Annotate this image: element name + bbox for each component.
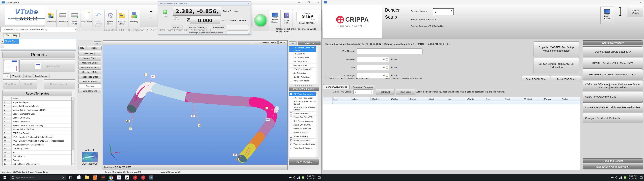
grid-column-header[interactable]: Rotation — [409, 97, 428, 101]
reports-tab[interactable]: Template — [10, 74, 23, 78]
taskbar-app-orange[interactable] — [91, 174, 99, 181]
project-row[interactable]: 1 80 MM Test — [1, 39, 76, 44]
template-row[interactable]: 12 XYZ and LRA with Full Springback — [3, 143, 72, 147]
taskbar-app-knife[interactable] — [123, 174, 131, 181]
nav-item[interactable]: Measure Setup — [78, 60, 101, 65]
menu-help[interactable]: Help — [11, 33, 20, 37]
dro-button[interactable]: DRO — [278, 41, 286, 44]
template-row[interactable]: 17 Datum Report With Tolerances — [3, 162, 72, 165]
network-icon[interactable] — [297, 176, 300, 179]
checkbox-icon[interactable] — [290, 140, 292, 142]
taskbar-app-chrome[interactable] — [107, 174, 115, 181]
scanner-control-button[interactable]: Scanner Control — [260, 41, 278, 44]
viewport-command-item[interactable]: F7 - VPort: Zoom Win — [289, 68, 318, 72]
input-device-icon[interactable] — [294, 176, 295, 178]
template-row[interactable]: 11 XYZ + Bender + Arc Length + End2Tan +… — [3, 139, 72, 143]
viewport-command-item[interactable]: F4 - VPort: Select — [289, 56, 318, 60]
checkbox-icon[interactable] — [290, 136, 292, 138]
grid-column-header[interactable]: Radius — [561, 97, 580, 101]
nav-item[interactable]: Inspection Data — [78, 74, 101, 79]
scroll-thumb[interactable] — [72, 100, 74, 150]
taskbar-app-store[interactable] — [75, 174, 83, 181]
parametric-model-item[interactable]: Tube: End & Tangent — [289, 146, 318, 150]
template-row[interactable]: 13 Part Setup Values — [3, 147, 72, 151]
checkbox-icon[interactable] — [290, 128, 292, 130]
close-this-window-button[interactable]: Close this Window — [628, 6, 643, 17]
calculator-icon[interactable] — [386, 58, 388, 61]
nav-item[interactable]: Master Tube — [78, 56, 101, 60]
parametric-model-item[interactable]: Show True View Transform Control — [289, 106, 318, 112]
parametric-model-item[interactable]: Points: CALCULATED — [289, 116, 318, 119]
menu-file[interactable]: File — [4, 33, 11, 37]
help-button[interactable]: ? Help — [161, 10, 170, 22]
checkbox-icon[interactable] — [290, 112, 292, 114]
measuring-device-titlebar[interactable]: Measuring Device: ROMER Arm — [158, 2, 250, 6]
webroot-icon[interactable]: W — [302, 176, 304, 179]
viewport-list-scrollbar[interactable]: ∧∨ — [316, 46, 318, 84]
device-ready-green-button[interactable] — [254, 14, 267, 27]
setup-panel-button[interactable]: COPY Last VTube Adjustment Values into B… — [582, 80, 643, 91]
close-icon[interactable]: ✕ — [247, 2, 250, 5]
bender-tab[interactable]: Bender Adjustment — [323, 84, 350, 89]
volume-icon[interactable]: ) — [289, 176, 292, 178]
parametric-model-item[interactable]: Points: SCANNED — [289, 112, 318, 116]
start-button[interactable] — [0, 174, 10, 181]
show-desktop-button[interactable] — [643, 174, 644, 181]
minimize-icon[interactable]: — — [296, 0, 303, 4]
close-icon[interactable]: ✕ — [315, 0, 322, 4]
copy-master-values-button[interactable]: Copy the MASTER Part Setup Values into t… — [533, 42, 579, 57]
grid-column-header[interactable]: Angle — [485, 97, 504, 101]
reports-tab[interactable]: Setup — [23, 74, 33, 78]
bender-number-spinner[interactable]: 1 ▲▼ — [433, 8, 454, 15]
reset-send-time-button[interactable]: Reset SEND Time — [551, 76, 581, 82]
spinner-arrows-icon[interactable]: ▲▼ — [370, 90, 372, 94]
grid-column-header[interactable]: Adjust — [352, 97, 371, 101]
hidden-icons-chevron[interactable]: ⌃ — [608, 177, 609, 178]
dcp-mode-image[interactable] — [82, 152, 98, 162]
template-row[interactable]: 9 FARO Arm Report — [3, 132, 72, 135]
setup-panel-button[interactable]: RECALL Bender XYZ to Master XYZ — [582, 58, 643, 68]
template-row[interactable]: 3 Master XYZ + LRA + Measured LRA — [3, 108, 72, 112]
checkbox-icon[interactable] — [290, 124, 292, 126]
template-row[interactable]: 6 Bender Corrections — [3, 120, 72, 124]
calculator-icon[interactable] — [386, 66, 388, 69]
bender-titlebar[interactable]: ✕ — [322, 0, 644, 4]
collapse-left-arrow-icon[interactable]: ⬅ — [94, 42, 101, 45]
taskbar-app-dx[interactable]: DX — [139, 174, 147, 181]
webroot-icon[interactable]: W — [624, 176, 626, 179]
template-row[interactable]: 7 Bender Corrections with Damping — [3, 124, 72, 128]
setup-panel-button[interactable]: Configure Benderlink Protocols — [582, 113, 643, 123]
grid-column-header[interactable]: Invert — [447, 97, 466, 101]
move-down-button[interactable]: Move Down — [3, 80, 20, 89]
template-row[interactable]: 4 Bender Corrections Only — [3, 112, 72, 116]
project-path-field[interactable]: C:\Users\Public\Documents\VTube\80 MM Te… — [0, 27, 76, 32]
grid-column-header[interactable]: Length — [332, 97, 352, 101]
chevron-down-icon[interactable]: ▾ — [75, 29, 76, 30]
taskbar-app-red[interactable]: ≡ — [131, 174, 139, 181]
action-center-icon[interactable] — [640, 176, 643, 179]
panel-splitter[interactable] — [295, 85, 313, 86]
remove-from-list-button[interactable]: Remove from List — [44, 80, 75, 89]
reset-recall-time-button[interactable]: Reset RECALL Time — [522, 76, 550, 82]
grid-column-header[interactable]: Adjust — [504, 97, 523, 101]
template-row[interactable]: 10 XYZ + Bender + Arc Length + Rotate Di… — [3, 135, 72, 139]
grid-column-header[interactable]: SB Adjust — [523, 97, 542, 101]
checkbox-icon[interactable] — [290, 97, 292, 99]
task-view-button[interactable] — [67, 174, 75, 181]
setup-panel-button[interactable]: CLEAR the Adjustment Grid — [582, 92, 643, 102]
hidden-icons-chevron[interactable]: ⌃ — [286, 177, 287, 178]
display-report-button[interactable]: Display Report — [20, 59, 75, 72]
checkbox-icon[interactable] — [290, 76, 292, 78]
other-actions-button[interactable]: Other Actions — [289, 159, 319, 165]
rev-button[interactable]: Rev — [78, 46, 86, 50]
setup-panel-button[interactable]: REVERSE Calc Setup LRA to Master XYZ — [582, 69, 643, 80]
clear-project-button[interactable]: ✶ Clear Project — [81, 10, 92, 31]
bender-switch-screens-button[interactable]: Switch Screens — [600, 6, 614, 24]
system-options-button[interactable]: ⚙ System Options — [104, 10, 116, 31]
reset-count-button[interactable]: Reset Count — [396, 89, 415, 95]
template-row[interactable]: 15 Datum Report — [3, 154, 72, 158]
grid-column-header[interactable]: NEW Ang — [542, 97, 561, 101]
part-number-field[interactable] — [357, 48, 422, 54]
reports-tab[interactable]: Batch Output — [33, 74, 50, 78]
checkbox-icon[interactable] — [290, 143, 292, 145]
